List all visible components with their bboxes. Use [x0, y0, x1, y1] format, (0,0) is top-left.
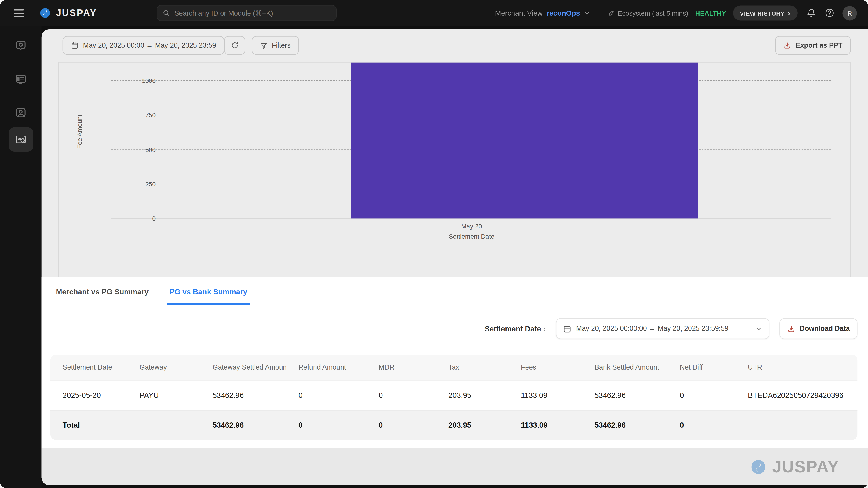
download-data-button[interactable]: Download Data — [779, 318, 857, 339]
chevron-down-icon — [755, 325, 762, 332]
bell-icon — [807, 8, 816, 18]
total-cell: Total — [51, 421, 127, 429]
total-cell: 0 — [286, 421, 366, 429]
juspay-logo-icon — [39, 7, 51, 19]
footer: JUSPAY — [41, 448, 868, 485]
total-cell: 0 — [668, 421, 736, 429]
header-right-cluster: Merchant View reconOps Ecosystem (last 5… — [495, 0, 857, 26]
filters-button[interactable]: Filters — [252, 36, 299, 55]
table-cell: 1133.09 — [509, 391, 583, 399]
y-tick-label: 250 — [122, 181, 156, 187]
ecosystem-status-group: Ecosystem (last 5 mins) : HEALTHY — [608, 9, 726, 17]
column-header: MDR — [366, 363, 436, 371]
search-icon — [163, 9, 170, 17]
tabs: Merchant vs PG SummaryPG vs Bank Summary — [41, 276, 868, 305]
main-panel: May 20, 2025 00:00 → May 20, 2025 23:59 … — [41, 29, 868, 485]
table-cell: 53462.96 — [200, 391, 286, 399]
column-header: Refund Amount — [286, 363, 366, 371]
table-cell: 0 — [286, 391, 366, 399]
download-icon — [787, 324, 796, 333]
total-cell: 0 — [366, 421, 436, 429]
table-cell: 0 — [668, 391, 736, 399]
settlement-date-dropdown[interactable]: May 20, 2025 00:00:00 → May 20, 2025 23:… — [556, 318, 769, 339]
settlement-date-value: May 20, 2025 00:00:00 → May 20, 2025 23:… — [576, 325, 728, 332]
column-header: Gateway Settled Amount — [200, 363, 286, 371]
fee-amount-chart: Fee Amount 02505007501000 May 20 Settlem… — [58, 62, 851, 276]
chart-x-axis-title: Settlement Date — [449, 233, 495, 239]
juspay-logo-icon — [750, 458, 767, 475]
table-cell: BTEDA62025050729420396 — [736, 391, 858, 399]
filters-label: Filters — [272, 41, 290, 49]
table-total-row: Total53462.9600203.951133.0953462.960 — [51, 410, 858, 440]
calendar-icon — [563, 324, 571, 333]
tab-merchant-vs-pg[interactable]: Merchant vs PG Summary — [54, 276, 151, 305]
date-range-picker[interactable]: May 20, 2025 00:00 → May 20, 2025 23:59 — [63, 36, 224, 55]
hamburger-menu-icon[interactable] — [14, 9, 24, 17]
table-row[interactable]: 2025-05-20PAYU53462.9600203.951133.09534… — [51, 380, 858, 410]
column-header: Bank Settled Amount — [582, 363, 668, 371]
merchant-view-label: Merchant View — [495, 9, 542, 17]
download-data-label: Download Data — [800, 325, 850, 332]
refresh-button[interactable] — [224, 36, 245, 55]
settlement-date-label: Settlement Date : — [485, 324, 546, 333]
y-tick-label: 1000 — [122, 77, 156, 84]
total-cell: 1133.09 — [509, 421, 583, 429]
user-card-icon — [14, 106, 27, 119]
table-cell: 203.95 — [436, 391, 509, 399]
recon-analytics-icon — [14, 133, 27, 146]
tab-pg-vs-bank[interactable]: PG vs Bank Summary — [167, 276, 249, 305]
table-cell: 2025-05-20 — [51, 391, 127, 399]
user-avatar[interactable]: R — [842, 6, 857, 20]
total-cell: 53462.96 — [582, 421, 668, 429]
column-header: Settlement Date — [51, 363, 127, 371]
column-header: Tax — [436, 363, 509, 371]
sidebar-item-recon-analytics[interactable] — [8, 127, 33, 152]
filter-funnel-icon — [260, 42, 268, 49]
y-tick-label: 500 — [122, 147, 156, 153]
app-window: JUSPAY Merchant View reconOps Ecosystem … — [0, 0, 868, 488]
brand-name: JUSPAY — [56, 7, 97, 19]
y-tick-label: 0 — [122, 215, 156, 222]
column-header: UTR — [736, 363, 858, 371]
footer-brand-text: JUSPAY — [772, 457, 839, 476]
calendar-icon — [71, 41, 79, 49]
chart-y-axis-title: Fee Amount — [76, 115, 83, 149]
pg-vs-bank-table: Settlement DateGatewayGateway Settled Am… — [51, 355, 858, 440]
ecosystem-leaf-icon — [608, 10, 614, 16]
dashboard-list-icon — [14, 73, 27, 86]
chart-x-category-label: May 20 — [461, 223, 482, 230]
chevron-down-icon[interactable] — [584, 10, 590, 16]
export-ppt-label: Export as PPT — [796, 41, 843, 49]
download-icon — [783, 41, 791, 49]
help-icon — [825, 8, 834, 18]
column-header: Gateway — [127, 363, 200, 371]
summary-section: Merchant vs PG SummaryPG vs Bank Summary… — [41, 276, 868, 448]
sidebar-item-modules[interactable] — [8, 34, 33, 58]
notifications-button[interactable] — [807, 8, 816, 18]
export-ppt-button[interactable]: Export as PPT — [775, 36, 851, 55]
chevron-right-icon: › — [788, 9, 791, 17]
merchant-view-value[interactable]: reconOps — [546, 9, 580, 17]
total-cell: 53462.96 — [200, 421, 286, 429]
table-cell: PAYU — [127, 391, 200, 399]
help-button[interactable] — [825, 8, 834, 18]
view-history-button[interactable]: VIEW HISTORY › — [733, 5, 798, 20]
left-sidebar — [0, 26, 41, 488]
module-chat-icon — [14, 39, 27, 52]
table-cell: 0 — [366, 391, 436, 399]
sidebar-item-users[interactable] — [8, 100, 33, 125]
y-tick-label: 750 — [122, 112, 156, 119]
footer-watermark: JUSPAY — [750, 457, 839, 476]
sidebar-item-dashboard[interactable] — [8, 67, 33, 91]
date-range-value: May 20, 2025 00:00 → May 20, 2025 23:59 — [83, 41, 216, 49]
refresh-icon — [231, 41, 239, 49]
ecosystem-label: Ecosystem (last 5 mins) : — [618, 9, 692, 17]
table-cell: 53462.96 — [582, 391, 668, 399]
total-cell: 203.95 — [436, 421, 509, 429]
table-header-row: Settlement DateGatewayGateway Settled Am… — [51, 355, 858, 380]
chart-plot: 02505007501000 — [111, 63, 831, 219]
global-search[interactable] — [157, 5, 337, 21]
view-history-label: VIEW HISTORY — [740, 10, 784, 16]
search-input[interactable] — [174, 9, 331, 17]
bar-may-20[interactable] — [351, 63, 698, 219]
